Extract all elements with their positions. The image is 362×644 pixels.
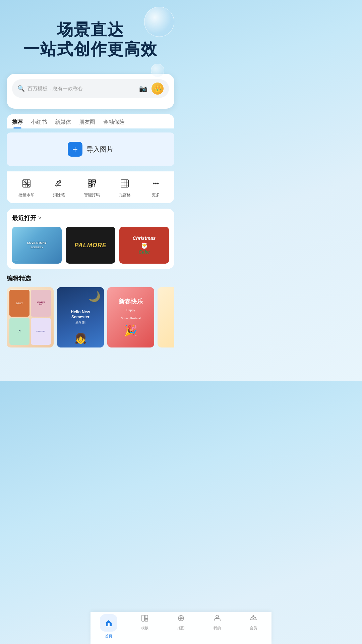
svg-rect-16 [94, 185, 95, 186]
recent-item-christmas[interactable]: Christmas 🎅 Cake [119, 227, 169, 264]
svg-line-5 [23, 180, 29, 186]
search-bar[interactable]: 🔍 百万模板，总有一款称心 📷 👑 [12, 79, 169, 98]
svg-rect-10 [89, 181, 90, 182]
palmore-text: PALMORE [74, 242, 107, 249]
tool-more-label: 更多 [152, 192, 160, 198]
bubble-small [151, 64, 164, 77]
more-icon [149, 177, 163, 190]
tool-eraser-label: 消除笔 [53, 192, 65, 198]
recent-more-arrow[interactable]: > [38, 215, 41, 221]
tab-newmedia[interactable]: 新媒体 [55, 119, 71, 128]
grid-icon [118, 177, 131, 190]
pick-card-daily[interactable]: DAILY WOMEN'SDAY 🎵 ONE DAY [7, 287, 54, 347]
camera-icon[interactable]: 📷 [139, 85, 147, 93]
tabs-row: 推荐 小红书 新媒体 朋友圈 金融保险 [12, 119, 169, 128]
svg-rect-12 [89, 185, 90, 186]
crown-vip-icon[interactable]: 👑 [152, 83, 164, 95]
svg-point-22 [153, 183, 155, 184]
search-placeholder-text: 百万模板，总有一款称心 [27, 86, 139, 92]
svg-rect-11 [93, 181, 95, 182]
tool-grid-label: 九宫格 [119, 192, 131, 198]
recent-title: 最近打开 [12, 214, 36, 222]
picks-row: DAILY WOMEN'SDAY 🎵 ONE DAY 🌙 Hello NewSe… [7, 287, 174, 347]
tabs-section: 推荐 小红书 新媒体 朋友圈 金融保险 [7, 114, 174, 128]
recent-item-love-story[interactable]: LOVE STORYSCENERY ▬▬ [12, 227, 62, 264]
eraser-icon [52, 177, 66, 190]
tools-section: 批量水印 消除笔 [7, 171, 174, 203]
search-icon: 🔍 [17, 85, 25, 92]
watermark-icon [20, 177, 33, 190]
recent-header: 最近打开 > [12, 214, 169, 222]
tool-eraser[interactable]: 消除笔 [52, 177, 66, 198]
tab-xiaohongshu[interactable]: 小红书 [31, 119, 47, 128]
tab-finance[interactable]: 金融保险 [103, 119, 125, 128]
svg-rect-13 [92, 184, 93, 185]
pick-card-spring-festival[interactable]: 新春快乐 HappySpring Festival 🎉 [107, 287, 154, 347]
svg-rect-14 [94, 184, 95, 185]
recent-section: 最近打开 > LOVE STORYSCENERY ▬▬ PALMORE Chri… [7, 209, 174, 269]
pick-card-hello-semester[interactable]: 🌙 Hello NewSemester新学期 👧 [57, 287, 104, 347]
tool-qrcode-label: 智能打码 [84, 192, 100, 198]
daily-text: DAILY [9, 290, 29, 317]
editor-picks-section: 编辑精选 DAILY WOMEN'SDAY 🎵 ONE DAY 🌙 Hello … [7, 274, 174, 347]
womens-day: WOMEN'SDAY [31, 290, 51, 317]
svg-rect-15 [92, 185, 93, 186]
tool-watermark[interactable]: 批量水印 [18, 177, 35, 198]
editor-picks-title: 编辑精选 [7, 274, 174, 282]
tool-qrcode[interactable]: 智能打码 [84, 177, 100, 198]
qrcode-icon [85, 177, 99, 190]
import-button[interactable]: + [68, 142, 82, 157]
svg-rect-17 [121, 180, 128, 187]
hero-section: 场景直达 一站式创作更高效 [0, 0, 181, 74]
tool-grid[interactable]: 九宫格 [118, 177, 131, 198]
tool-watermark-label: 批量水印 [18, 192, 35, 198]
hello-semester-text: Hello NewSemester新学期 [68, 307, 93, 328]
recent-thumbnails: LOVE STORYSCENERY ▬▬ PALMORE Christmas 🎅… [12, 227, 169, 264]
oneday-text: ONE DAY [31, 318, 51, 345]
tab-moments[interactable]: 朋友圈 [79, 119, 95, 128]
search-card: 🔍 百万模板，总有一款称心 📷 👑 [7, 74, 174, 109]
pick-card-partial[interactable]: ✨ [158, 287, 174, 347]
svg-point-23 [155, 183, 157, 184]
svg-point-24 [157, 183, 159, 184]
ear-text: 🎵 [9, 318, 29, 345]
svg-point-6 [57, 181, 58, 182]
import-area[interactable]: + 导入图片 [7, 132, 174, 166]
import-label: 导入图片 [86, 145, 113, 154]
bubble-decoration [144, 7, 174, 37]
tool-more[interactable]: 更多 [149, 177, 163, 198]
tab-recommend[interactable]: 推荐 [12, 119, 23, 128]
recent-item-palmore[interactable]: PALMORE [66, 227, 115, 264]
